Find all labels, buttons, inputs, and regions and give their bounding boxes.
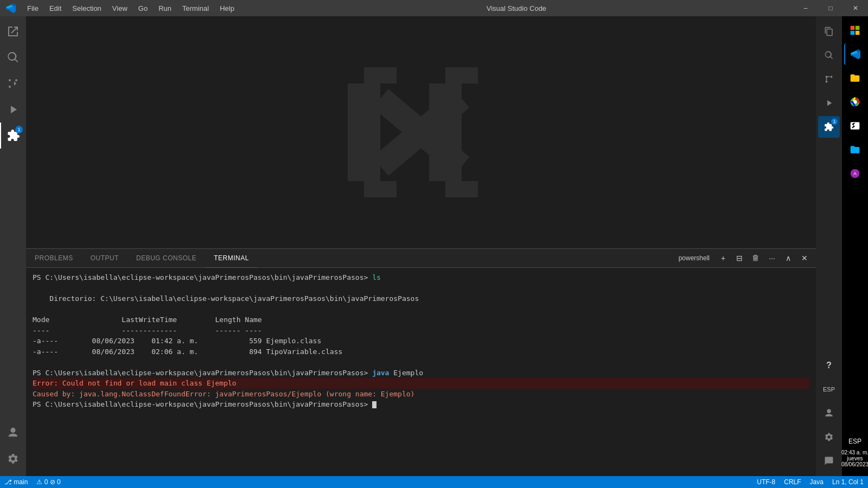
terminal-line-header1: Mode LastWriteTime Length Name (33, 314, 809, 325)
menu-edit[interactable]: Edit (44, 0, 67, 16)
sidebar-item-settings[interactable] (0, 446, 26, 472)
menu-selection[interactable]: Selection (67, 0, 106, 16)
rs-source-control-icon[interactable] (818, 68, 840, 90)
svg-point-2 (9, 79, 11, 81)
svg-text:A: A (853, 171, 857, 176)
menu-go[interactable]: Go (133, 0, 153, 16)
rs-extensions-badge: 1 (831, 118, 838, 125)
vscode-taskbar-icon[interactable] (844, 43, 866, 65)
rs-copy-icon[interactable] (818, 21, 840, 42)
svg-rect-12 (851, 31, 855, 35)
sidebar-item-run[interactable] (0, 97, 26, 123)
terminal-line-blank3 (33, 357, 809, 368)
terminal-line-blank2 (33, 304, 809, 315)
shell-selector[interactable]: powershell (674, 251, 714, 265)
status-right: UTF-8 CRLF Java Ln 1, Col 1 (752, 476, 868, 488)
svg-rect-11 (856, 26, 860, 30)
status-eol[interactable]: CRLF (780, 476, 805, 488)
rs-keyboard-icon[interactable]: ESP (818, 378, 840, 400)
menu-terminal[interactable]: Terminal (177, 0, 214, 16)
add-terminal-button[interactable]: + (716, 251, 730, 265)
files-taskbar-icon[interactable] (844, 67, 866, 89)
status-errors[interactable]: ⚠ 0 ⊘ 0 (32, 476, 65, 488)
rs-settings-icon[interactable] (818, 426, 840, 448)
window-title: Visual Studio Code (240, 4, 793, 12)
taskbar-day: jueves (841, 455, 868, 461)
taskbar: A ESP 02:43 a. m. jueves 08/06/2023 (842, 16, 868, 476)
editor-area (26, 16, 816, 248)
menu-help[interactable]: Help (214, 0, 240, 16)
terminal-output[interactable]: PS C:\Users\isabella\eclipse-workspace\j… (26, 268, 816, 476)
tab-output[interactable]: OUTPUT (82, 249, 127, 268)
main-layout: 1 (0, 16, 868, 476)
tab-terminal[interactable]: TERMINAL (205, 249, 258, 268)
status-bar: ⎇ main ⚠ 0 ⊘ 0 UTF-8 CRLF Java Ln 1, Col… (0, 476, 868, 488)
explorer-taskbar-icon[interactable] (844, 139, 866, 160)
rs-bottom-icons: ? ESP (818, 355, 840, 476)
svg-point-7 (826, 76, 828, 78)
titlebar: File Edit Selection View Go Run Terminal… (0, 0, 868, 16)
rs-chat-icon[interactable] (818, 450, 840, 472)
terminal-line-cmd-java: PS C:\Users\isabella\eclipse-workspace\j… (33, 368, 809, 378)
terminal-line-error: Error: Could not find or load main class… (33, 378, 809, 389)
menu-run[interactable]: Run (153, 0, 177, 16)
split-terminal-button[interactable]: ⊟ (732, 251, 746, 265)
svg-rect-13 (856, 31, 860, 35)
activity-bar-bottom (0, 420, 26, 476)
sidebar-item-search[interactable] (0, 44, 26, 70)
chrome-taskbar-icon[interactable] (844, 91, 866, 113)
minimize-button[interactable]: – (793, 0, 818, 16)
app-icon (0, 0, 22, 16)
terminal-line-prompt-final: PS C:\Users\isabella\eclipse-workspace\j… (33, 399, 809, 410)
panel: PROBLEMS OUTPUT DEBUG CONSOLE TERMINAL p… (26, 248, 816, 476)
sidebar-item-extensions[interactable]: 1 (0, 123, 26, 149)
svg-point-5 (826, 81, 828, 83)
unknown-taskbar-icon[interactable]: A (844, 163, 866, 184)
powershell-label: powershell (679, 254, 710, 262)
terminal-line-caused: Caused by: java.lang.NoClassDefFoundErro… (33, 389, 809, 400)
sidebar-item-account[interactable] (0, 420, 26, 446)
menu-view[interactable]: View (107, 0, 133, 16)
rs-extensions-icon[interactable]: 1 (818, 116, 840, 138)
taskbar-clock: 02:43 a. m. jueves 08/06/2023 (840, 447, 868, 470)
svg-point-6 (831, 76, 833, 78)
terminal-line-file2: -a---- 08/06/2023 02:06 a. m. 894 TipoVa… (33, 346, 809, 357)
tab-debug-console[interactable]: DEBUG CONSOLE (127, 249, 205, 268)
status-language[interactable]: Java (806, 476, 828, 488)
panel-actions: powershell + ⊟ ··· ∧ ✕ (674, 251, 816, 265)
sidebar-item-explorer[interactable] (0, 18, 26, 44)
terminal-line-file1: -a---- 08/06/2023 01:42 a. m. 559 Ejempl… (33, 336, 809, 346)
terminal-cursor (372, 401, 376, 408)
menu-file[interactable]: File (22, 0, 44, 16)
svg-rect-10 (851, 26, 855, 30)
rs-help-icon[interactable]: ? (818, 355, 840, 376)
status-position[interactable]: Ln 1, Col 1 (828, 476, 868, 488)
editor-panel-area: PROBLEMS OUTPUT DEBUG CONSOLE TERMINAL p… (26, 16, 816, 476)
taskbar-lang: ESP (848, 438, 861, 445)
windows-start-icon[interactable] (844, 20, 866, 41)
extensions-badge: 1 (15, 126, 23, 133)
vscode-logo-bg (340, 51, 502, 214)
status-branch[interactable]: ⎇ main (0, 476, 32, 488)
trash-terminal-button[interactable] (749, 251, 763, 265)
collapse-panel-button[interactable]: ∧ (781, 251, 795, 265)
close-panel-button[interactable]: ✕ (797, 251, 812, 265)
sidebar-item-source-control[interactable] (0, 70, 26, 97)
rs-search-icon[interactable] (818, 44, 840, 66)
terminal-taskbar-icon[interactable] (844, 115, 866, 137)
terminal-line-dir: Directorio: C:\Users\isabella\eclipse-wo… (33, 293, 809, 304)
rs-run-icon[interactable] (818, 92, 840, 114)
titlebar-menu: File Edit Selection View Go Run Terminal… (0, 0, 240, 16)
terminal-line-blank1 (33, 283, 809, 294)
status-encoding[interactable]: UTF-8 (752, 476, 780, 488)
more-button[interactable]: ··· (765, 251, 779, 265)
terminal-line-header2: ---- ------------- ------ ---- (33, 325, 809, 336)
rs-account-icon[interactable] (818, 402, 840, 424)
activity-bar: 1 (0, 16, 26, 476)
tab-problems[interactable]: PROBLEMS (26, 249, 82, 268)
close-button[interactable]: ✕ (843, 0, 868, 16)
right-sidebar: 1 ? ESP (816, 16, 842, 476)
svg-point-1 (15, 79, 17, 81)
terminal-line-1: PS C:\Users\isabella\eclipse-workspace\j… (33, 272, 809, 283)
maximize-button[interactable]: □ (818, 0, 843, 16)
